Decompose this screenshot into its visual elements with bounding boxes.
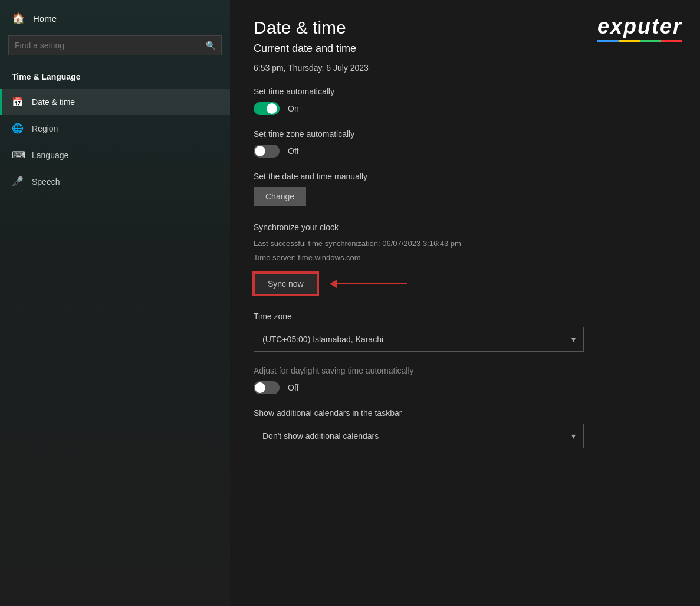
sync-now-button[interactable]: Sync now [254,273,318,295]
home-nav-item[interactable]: 🏠 Home [0,0,230,35]
language-icon: ⌨ [12,149,24,160]
sync-section: Synchronize your clock Last successful t… [254,222,676,263]
underline-blue [597,40,619,42]
sidebar-item-label-region: Region [32,124,58,133]
set-timezone-auto-toggle[interactable] [254,145,280,158]
sync-label: Synchronize your clock [254,222,676,232]
timezone-label: Time zone [254,312,676,321]
logo-container: exputer [597,14,682,42]
daylight-toggle[interactable] [254,381,280,394]
sidebar: 🏠 Home 🔍 Time & Language 📅 Date & time 🌐… [0,0,230,606]
sidebar-item-language[interactable]: ⌨ Language [0,142,230,168]
sidebar-item-label-language: Language [32,150,68,160]
sync-info-2: Time server: time.windows.com [254,252,676,264]
home-label: Home [33,14,57,24]
set-time-auto-label: Set time automatically [254,87,676,96]
timezone-wrapper: (UTC+05:00) Islamabad, Karachi ▾ [254,327,584,352]
sidebar-item-label-speech: Speech [32,177,60,186]
daylight-state: Off [288,383,298,392]
region-icon: 🌐 [12,123,24,134]
arrow-line [337,283,407,284]
date-time-icon: 📅 [12,96,24,107]
section-heading: Current date and time [254,42,676,55]
sidebar-section-title: Time & Language [0,67,230,89]
timezone-select[interactable]: (UTC+05:00) Islamabad, Karachi [254,327,584,352]
set-time-auto-row: On [254,102,676,115]
arrow-indicator [330,280,407,288]
search-input[interactable] [8,35,222,55]
set-time-auto-toggle[interactable] [254,102,280,115]
sidebar-item-date-time[interactable]: 📅 Date & time [0,89,230,115]
daylight-label: Adjust for daylight saving time automati… [254,366,676,375]
set-timezone-auto-row: Off [254,145,676,158]
set-time-auto-state: On [288,104,299,113]
sidebar-item-speech[interactable]: 🎤 Speech [0,168,230,195]
sidebar-item-label-date-time: Date & time [32,97,75,107]
calendar-wrapper: Don't show additional calendars ▾ [254,424,584,448]
home-icon: 🏠 [12,12,25,25]
calendar-select[interactable]: Don't show additional calendars [254,424,584,448]
sidebar-item-region[interactable]: 🌐 Region [0,115,230,142]
underline-red [661,40,682,42]
underline-yellow [619,40,640,42]
calendar-label: Show additional calendars in the taskbar [254,408,676,418]
logo-text: exputer [597,14,682,39]
search-box: 🔍 [8,35,222,55]
change-button[interactable]: Change [254,187,306,206]
daylight-row: Off [254,381,676,394]
daylight-thumb [255,382,265,393]
speech-icon: 🎤 [12,176,24,187]
search-icon: 🔍 [206,41,216,50]
set-manually-label: Set the date and time manually [254,172,676,181]
arrow-head [330,280,337,288]
current-time: 6:53 pm, Thursday, 6 July 2023 [254,63,676,73]
sync-info-1: Last successful time synchronization: 06… [254,238,676,250]
set-timezone-auto-thumb [255,146,265,156]
main-content: exputer Date & time Current date and tim… [230,0,700,606]
set-timezone-auto-state: Off [288,146,298,156]
set-timezone-auto-label: Set time zone automatically [254,129,676,139]
sync-now-row: Sync now [254,273,676,295]
underline-green [640,40,661,42]
set-time-auto-thumb [267,103,277,114]
logo-underline [597,40,682,42]
